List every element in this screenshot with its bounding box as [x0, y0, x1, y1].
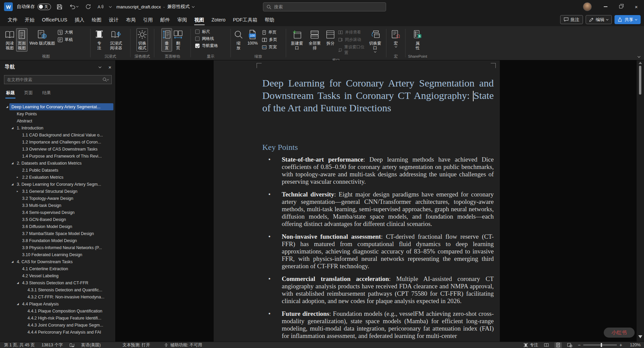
- menu-tab-视图[interactable]: 视图: [191, 14, 208, 26]
- search-input[interactable]: [274, 4, 375, 9]
- nav-heading-item[interactable]: 3.6 Diffusion Model Design: [0, 223, 115, 230]
- menu-tab-OfficePLUS[interactable]: OfficePLUS: [38, 14, 71, 25]
- properties-button[interactable]: S 属性: [412, 28, 423, 52]
- word-count-status[interactable]: 13813 个字: [42, 342, 63, 348]
- nav-tab-pages[interactable]: 页面: [24, 90, 33, 99]
- nav-heading-item[interactable]: ◢Deep Learning for Coronary Artery Segme…: [0, 103, 115, 110]
- nav-heading-item[interactable]: 4.4.1 Plaque Composition Quantification: [0, 307, 115, 314]
- reading-view-button[interactable]: 阅读视图: [4, 28, 15, 52]
- nav-heading-item[interactable]: ▸2.2 Evaluation Metrics: [0, 174, 115, 181]
- read-mode-button[interactable]: [543, 342, 550, 348]
- gridlines-checkbox[interactable]: 网格线: [195, 35, 214, 42]
- menu-tab-绘图[interactable]: 绘图: [88, 14, 105, 26]
- undo-dropdown-icon[interactable]: [76, 5, 78, 7]
- nav-heading-item[interactable]: 4.3.1 Stenosis Detection and Quantific..…: [0, 286, 115, 293]
- collapse-ribbon-icon[interactable]: [638, 55, 640, 58]
- close-button[interactable]: ×: [629, 0, 644, 13]
- nav-heading-item[interactable]: 4.4.3 Joint Coronary and Plaque Segm...: [0, 322, 115, 329]
- switch-modes-button[interactable]: 切换模式: [137, 28, 148, 52]
- zoom-slider-track[interactable]: [583, 345, 617, 345]
- nav-heading-item[interactable]: Abstract: [0, 117, 115, 124]
- nav-heading-item[interactable]: 4.3.2 CT-FFR: Non-invasive Hemodyna...: [0, 293, 115, 300]
- nav-heading-item[interactable]: ◢4. CAS for Downstream Tasks: [0, 258, 115, 265]
- nav-heading-item[interactable]: ◢2. Datasets and Evaluation Metrics: [0, 160, 115, 167]
- nav-heading-item[interactable]: 1.2 Importance and Challenges of Coron..…: [0, 138, 115, 146]
- nav-heading-item[interactable]: 3.2 Topology-Aware Design: [0, 195, 115, 202]
- nav-heading-item[interactable]: ◢4.4 Plaque Analysis: [0, 300, 115, 307]
- quick-access-more-icon[interactable]: [109, 5, 112, 7]
- menu-tab-引用[interactable]: 引用: [140, 14, 157, 26]
- new-window-button[interactable]: 新建窗口: [288, 28, 306, 52]
- nav-heading-item[interactable]: 3.10 Federated Learning Design: [0, 251, 115, 258]
- zoom-out-icon[interactable]: −: [578, 343, 581, 347]
- side-to-side-button[interactable]: 翻页: [173, 28, 183, 52]
- nav-pane-options-icon[interactable]: [99, 65, 101, 68]
- nav-heading-item[interactable]: 1.3 Overview of CAS Downstream Tasks: [0, 146, 115, 153]
- menu-tab-布局[interactable]: 布局: [122, 14, 140, 26]
- page-width-button[interactable]: 页宽: [262, 44, 277, 50]
- nav-search-icon[interactable]: [103, 77, 107, 82]
- menu-tab-设计[interactable]: 设计: [105, 14, 122, 26]
- menu-tab-PDF工具箱[interactable]: PDF工具箱: [229, 14, 261, 26]
- nav-heading-item[interactable]: ◢1. Introduction: [0, 124, 115, 131]
- synchronous-scrolling-button[interactable]: 同步滚动: [338, 37, 365, 43]
- multiple-pages-button[interactable]: 多页: [262, 37, 277, 43]
- nav-heading-item[interactable]: 1.1 CAD Background and Clinical Value o.…: [0, 131, 115, 138]
- menu-tab-帮助[interactable]: 帮助: [261, 14, 278, 26]
- accessibility-status[interactable]: 辅助功能: 不可用: [164, 342, 202, 348]
- nav-heading-item[interactable]: Key Points: [0, 110, 115, 117]
- autosave-toggle[interactable]: 关: [38, 4, 51, 10]
- share-button[interactable]: 共享: [614, 15, 641, 24]
- print-layout-button[interactable]: 页面视图: [16, 28, 28, 52]
- web-layout-button[interactable]: Web 版式视图: [28, 28, 56, 47]
- split-button[interactable]: 拆分: [324, 28, 337, 47]
- nav-collapsed-arrow-icon[interactable]: ▸: [17, 190, 22, 193]
- nav-search-dropdown-icon[interactable]: [107, 78, 109, 80]
- switch-windows-button[interactable]: 切换窗口: [367, 28, 384, 53]
- nav-heading-item[interactable]: 3.4 Semi-supervised Design: [0, 209, 115, 216]
- zoom-100-button[interactable]: 100 100%: [245, 28, 261, 47]
- immersive-reader-button[interactable]: 沉浸式阅读器: [105, 28, 127, 52]
- nav-heading-item[interactable]: 4.1 Centerline Extraction: [0, 265, 115, 272]
- ruler-checkbox[interactable]: 标尺: [195, 28, 210, 35]
- save-button[interactable]: [55, 2, 64, 11]
- nav-heading-item[interactable]: 3.9 Physics-Informed Neural Networks (P.…: [0, 244, 115, 251]
- menu-tab-Zotero[interactable]: Zotero: [208, 14, 229, 25]
- draft-view-button[interactable]: 草稿: [58, 37, 73, 43]
- scroll-down-icon[interactable]: [638, 335, 642, 338]
- comments-button[interactable]: 批注: [560, 15, 583, 24]
- editing-mode-button[interactable]: 编辑: [586, 15, 612, 24]
- user-avatar[interactable]: [583, 2, 592, 11]
- navigation-pane-checkbox[interactable]: 导航窗格: [195, 42, 218, 49]
- nav-heading-item[interactable]: 3.8 Foundation Model Design: [0, 237, 115, 244]
- nav-heading-item[interactable]: 3.7 Mamba/State Space Model Design: [0, 230, 115, 237]
- nav-expanded-arrow-icon[interactable]: ◢: [11, 162, 17, 165]
- web-layout-view-button[interactable]: [566, 342, 574, 348]
- nav-expanded-arrow-icon[interactable]: ◢: [17, 281, 22, 284]
- nav-heading-item[interactable]: ▸3.1 General Structural Design: [0, 188, 115, 195]
- menu-tab-开始[interactable]: 开始: [21, 14, 38, 26]
- nav-heading-item[interactable]: 4.4.2 High-risk Plaque Feature Identifi.…: [0, 314, 115, 322]
- nav-heading-item[interactable]: 4.2 Vessel Labeling: [0, 272, 115, 279]
- outline-view-button[interactable]: 大纲: [58, 30, 73, 35]
- vertical-scrollbar[interactable]: [637, 60, 644, 342]
- minimize-button[interactable]: [598, 0, 613, 13]
- menu-tab-审阅[interactable]: 审阅: [174, 14, 191, 26]
- restore-button[interactable]: [613, 0, 629, 13]
- nav-search-box[interactable]: [4, 75, 112, 84]
- focus-mode-button[interactable]: 专注: [524, 342, 538, 348]
- nav-expanded-arrow-icon[interactable]: ◢: [17, 302, 22, 305]
- nav-collapsed-arrow-icon[interactable]: ▸: [17, 176, 22, 179]
- redo-button[interactable]: [84, 2, 93, 11]
- focus-button[interactable]: 专注: [94, 28, 105, 52]
- arrange-all-button[interactable]: 全部重排: [306, 28, 323, 52]
- menu-tab-插入[interactable]: 插入: [71, 14, 88, 26]
- read-aloud-button[interactable]: A: [97, 2, 105, 11]
- reset-window-position-button[interactable]: 重设窗口位置: [338, 44, 365, 56]
- one-page-button[interactable]: 单页: [262, 30, 277, 35]
- nav-tab-results[interactable]: 结果: [42, 90, 51, 99]
- nav-heading-item[interactable]: 4.4.4 Pericoronary Fat Analysis and FAI: [0, 329, 115, 336]
- zoom-in-icon[interactable]: +: [620, 343, 622, 347]
- nav-expanded-arrow-icon[interactable]: ◢: [6, 105, 11, 108]
- nav-heading-item[interactable]: 3.3 Multi-task Design: [0, 202, 115, 209]
